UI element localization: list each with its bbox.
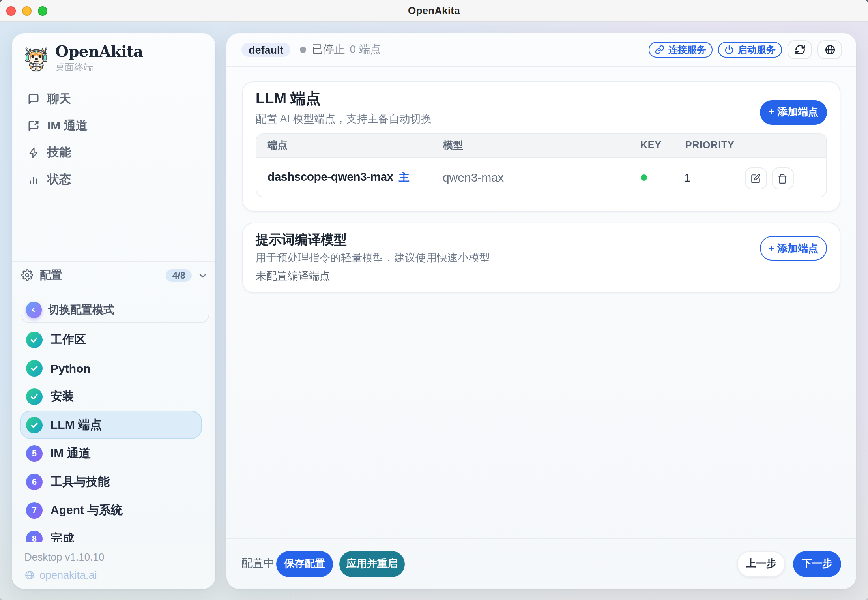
table-header-priority: PRIORITY (685, 140, 746, 151)
gear-icon (21, 269, 33, 281)
chat-icon (28, 93, 39, 105)
sidebar-header: OpenAkita 桌面终端 (12, 33, 215, 77)
endpoints-table: 端点 模型 KEY PRIORITY dashscope-qwen3-max主 … (256, 133, 827, 197)
config-step-1[interactable]: Python (20, 354, 202, 382)
main-topbar: default 已停止 0 端点 连接服务 启动服务 (226, 33, 856, 67)
sidebar-footer: Desktop v1.10.10 openakita.ai (12, 542, 215, 589)
link-icon (655, 45, 664, 54)
table-header: 端点 模型 KEY PRIORITY (256, 134, 826, 158)
endpoint-name: dashscope-qwen3-max (268, 169, 393, 183)
titlebar: OpenAkita (0, 0, 868, 22)
config-step-0[interactable]: 工作区 (20, 325, 202, 354)
llm-card-title: LLM 端点 (256, 90, 432, 107)
sidebar-nav-label: 技能 (47, 145, 71, 160)
switch-config-mode-label: 切换配置模式 (48, 303, 114, 317)
config-step-4[interactable]: 5IM 通道 (20, 439, 202, 467)
key-status-dot (641, 174, 647, 181)
start-service-button[interactable]: 启动服务 (718, 42, 782, 58)
close-window-button[interactable] (6, 6, 16, 15)
sidebar-nav-item-0[interactable]: 聊天 (28, 85, 203, 112)
window-title: OpenAkita (408, 5, 460, 17)
zoom-window-button[interactable] (38, 6, 47, 15)
table-header-endpoint: 端点 (256, 139, 443, 152)
config-step-2[interactable]: 安装 (20, 382, 202, 411)
step-check-icon (26, 360, 43, 376)
config-status-label: 配置中 (241, 557, 275, 571)
step-check-icon (26, 388, 43, 405)
power-icon (724, 45, 734, 54)
compile-card-subtitle: 用于预处理指令的轻量模型，建议使用快速小模型 (256, 251, 490, 264)
table-row: dashscope-qwen3-max主 qwen3-max 1 (256, 158, 826, 196)
compile-empty-hint: 未配置编译端点 (256, 269, 827, 283)
priority-value: 1 (684, 170, 745, 184)
sidebar-nav-item-1[interactable]: IM 通道 (28, 112, 203, 139)
step-label: Agent 与系统 (51, 502, 123, 518)
language-button[interactable] (817, 40, 842, 59)
add-endpoint-button[interactable]: + 添加端点 (760, 100, 827, 124)
compile-card-title: 提示词编译模型 (256, 233, 490, 246)
step-check-icon (26, 331, 43, 348)
config-label: 配置 (40, 268, 62, 282)
profile-badge[interactable]: default (241, 43, 291, 57)
table-header-key: KEY (640, 140, 685, 151)
sidebar-nav-item-3[interactable]: 状态 (28, 166, 203, 193)
sidebar-nav-label: 状态 (47, 172, 71, 187)
primary-tag: 主 (399, 171, 410, 183)
main-content: LLM 端点 配置 AI 模型端点，支持主备自动切换 + 添加端点 端点 模型 … (226, 67, 856, 538)
card-header: LLM 端点 配置 AI 模型端点，支持主备自动切换 + 添加端点 (256, 90, 827, 125)
workspace: OpenAkita 桌面终端 聊天IM 通道技能状态 配置 4/8 (0, 22, 868, 600)
model-name: qwen3-max (443, 170, 640, 184)
endpoint-cell: dashscope-qwen3-max主 (256, 169, 443, 184)
table-header-model: 模型 (443, 139, 640, 152)
edit-icon (750, 173, 761, 184)
bolt-icon (28, 146, 39, 158)
app-version: Desktop v1.10.10 (24, 551, 203, 563)
sidebar: OpenAkita 桌面终端 聊天IM 通道技能状态 配置 4/8 (12, 33, 215, 589)
sidebar-nav-label: IM 通道 (47, 118, 88, 133)
step-number-badge: 6 (26, 473, 43, 490)
config-section-header[interactable]: 配置 4/8 (12, 261, 215, 288)
switch-config-mode-button[interactable]: 切换配置模式 (21, 298, 209, 322)
sidebar-nav-label: 聊天 (47, 91, 71, 106)
actions-cell (745, 166, 826, 188)
sidebar-nav-item-2[interactable]: 技能 (28, 139, 203, 166)
config-steps: 工作区Python安装LLM 端点5IM 通道6工具与技能7Agent 与系统8… (12, 322, 215, 553)
save-config-button[interactable]: 保存配置 (276, 551, 333, 577)
apply-restart-button[interactable]: 应用并重启 (339, 551, 405, 577)
endpoint-count: 0 端点 (350, 43, 381, 57)
add-compile-endpoint-button[interactable]: + 添加端点 (760, 236, 827, 261)
minimize-window-button[interactable] (22, 6, 32, 15)
config-step-6[interactable]: 7Agent 与系统 (20, 496, 202, 524)
delete-endpoint-button[interactable] (771, 167, 793, 189)
globe-icon (824, 44, 835, 55)
sidebar-nav: 聊天IM 通道技能状态 (12, 77, 215, 193)
website-url: openakita.ai (39, 569, 97, 581)
edit-endpoint-button[interactable] (745, 167, 767, 189)
website-link[interactable]: openakita.ai (24, 569, 203, 581)
step-label: LLM 端点 (51, 417, 102, 432)
bottombar-nav-buttons: 上一步 下一步 (737, 551, 841, 577)
bar-chart-icon (28, 173, 39, 185)
step-check-icon (26, 416, 43, 433)
prev-step-button[interactable]: 上一步 (737, 551, 785, 577)
globe-icon (24, 570, 35, 580)
config-step-5[interactable]: 6工具与技能 (20, 467, 202, 496)
chevron-down-icon (198, 270, 208, 280)
refresh-icon (794, 44, 805, 55)
step-label: Python (51, 361, 91, 375)
sidebar-config-section: 配置 4/8 切换配置模式 工作区Python安装LLM 端点5IM 通道6工具… (12, 261, 215, 553)
app-subtitle: 桌面终端 (55, 61, 143, 74)
connect-service-button[interactable]: 连接服务 (649, 42, 713, 58)
service-status: 已停止 (312, 43, 345, 57)
share-icon (28, 120, 39, 131)
step-number-badge: 5 (26, 445, 43, 461)
topbar-actions: 连接服务 启动服务 (649, 40, 842, 59)
config-step-3[interactable]: LLM 端点 (20, 411, 202, 439)
chevron-left-icon (26, 302, 42, 318)
step-label: 工具与技能 (51, 474, 110, 489)
refresh-button[interactable] (788, 40, 812, 59)
card-header: 提示词编译模型 用于预处理指令的轻量模型，建议使用快速小模型 + 添加端点 (256, 233, 827, 264)
status-dot (300, 47, 307, 53)
next-step-button[interactable]: 下一步 (793, 551, 841, 577)
app-window: OpenAkita OpenAkita (0, 0, 868, 600)
